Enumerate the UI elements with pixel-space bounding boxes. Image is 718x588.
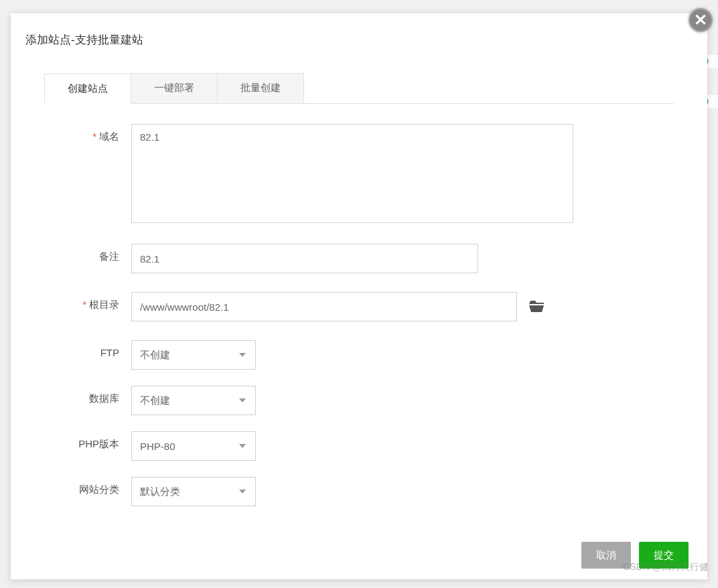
submit-button[interactable]: 提交 (639, 542, 689, 569)
close-button[interactable]: ✕ (689, 8, 713, 32)
root-input[interactable] (131, 292, 517, 321)
ftp-label: FTP (44, 340, 131, 358)
php-select[interactable]: PHP-80 (131, 431, 256, 461)
required-mark: * (82, 299, 86, 310)
tab-batch-create[interactable]: 批量创建 (217, 73, 304, 103)
form-body: *域名 备注 *根目录 FTP (11, 104, 707, 531)
required-mark: * (92, 131, 96, 142)
tab-one-click-deploy[interactable]: 一键部署 (131, 73, 218, 103)
remark-input[interactable] (131, 244, 478, 273)
tabs: 创建站点 一键部署 批量创建 (44, 73, 674, 104)
database-label: 数据库 (44, 386, 131, 405)
ftp-select[interactable]: 不创建 (131, 340, 256, 370)
database-select[interactable]: 不创建 (131, 386, 256, 415)
remark-label: 备注 (44, 244, 131, 263)
cancel-button[interactable]: 取消 (581, 542, 631, 569)
root-label: *根目录 (44, 292, 131, 311)
domain-label: *域名 (44, 124, 131, 143)
domain-input[interactable] (131, 124, 573, 223)
folder-icon[interactable] (529, 299, 545, 314)
tab-create-site[interactable]: 创建站点 (44, 74, 131, 104)
close-icon: ✕ (694, 11, 707, 29)
modal-footer: 取消 提交 (11, 531, 707, 579)
php-label: PHP版本 (44, 431, 131, 451)
add-site-modal: ✕ 添加站点-支持批量建站 创建站点 一键部署 批量创建 *域名 备注 *根目录 (11, 13, 707, 579)
modal-title: 添加站点-支持批量建站 (11, 13, 707, 48)
category-label: 网站分类 (44, 477, 131, 496)
category-select[interactable]: 默认分类 (131, 477, 256, 506)
